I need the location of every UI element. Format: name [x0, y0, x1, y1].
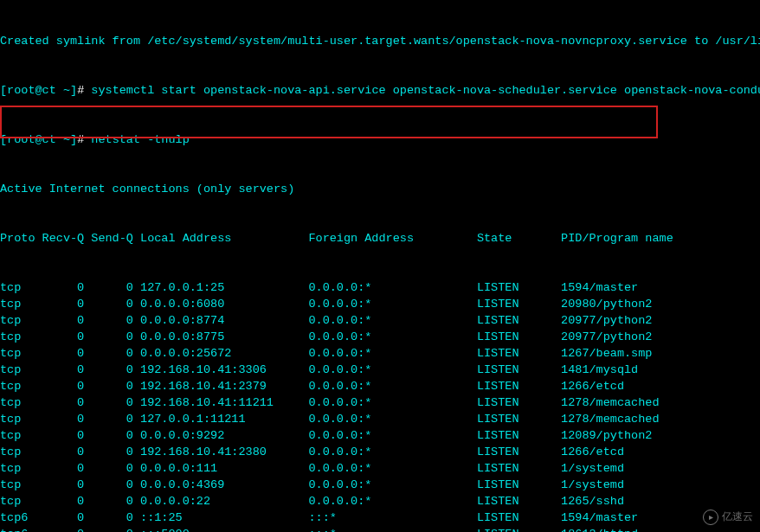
- netstat-row: tcp6 0 0 :::5000 :::* LISTEN 18613/httpd: [0, 526, 760, 532]
- watermark-icon: ▸: [703, 510, 718, 525]
- netstat-header-row: Proto Recv-Q Send-Q Local Address Foreig…: [0, 230, 760, 247]
- prompt-user: [root@ct ~]: [0, 133, 77, 146]
- active-connections-line: Active Internet connections (only server…: [0, 181, 760, 197]
- netstat-row: tcp 0 0 0.0.0.0:8775 0.0.0.0:* LISTEN 20…: [0, 329, 760, 345]
- netstat-row: tcp 0 0 0.0.0.0:111 0.0.0.0:* LISTEN 1/s…: [0, 460, 760, 477]
- prompt-user: [root@ct ~]: [0, 84, 77, 97]
- netstat-row: tcp 0 0 0.0.0.0:8774 0.0.0.0:* LISTEN 20…: [0, 312, 760, 329]
- netstat-row: tcp 0 0 0.0.0.0:4369 0.0.0.0:* LISTEN 1/…: [0, 477, 760, 493]
- netstat-row: tcp 0 0 192.168.10.41:2380 0.0.0.0:* LIS…: [0, 444, 760, 460]
- partial-output-line: Created symlink from /etc/systemd/system…: [0, 33, 760, 49]
- command-line-1: [root@ct ~]# systemctl start openstack-n…: [0, 82, 760, 99]
- netstat-row: tcp 0 0 0.0.0.0:22 0.0.0.0:* LISTEN 1265…: [0, 493, 760, 510]
- netstat-row: tcp 0 0 0.0.0.0:6080 0.0.0.0:* LISTEN 20…: [0, 296, 760, 312]
- command-text: netstat -tnulp: [91, 133, 189, 146]
- netstat-row: tcp 0 0 127.0.0.1:25 0.0.0.0:* LISTEN 15…: [0, 279, 760, 296]
- netstat-row: tcp 0 0 0.0.0.0:25672 0.0.0.0:* LISTEN 1…: [0, 345, 760, 362]
- netstat-row: tcp 0 0 192.168.10.41:3306 0.0.0.0:* LIS…: [0, 362, 760, 378]
- command-line-2: [root@ct ~]# netstat -tnulp: [0, 131, 760, 148]
- prompt-hash: #: [77, 133, 91, 146]
- watermark: ▸ 亿速云: [703, 509, 753, 525]
- netstat-row: tcp 0 0 0.0.0.0:9292 0.0.0.0:* LISTEN 12…: [0, 427, 760, 444]
- netstat-row: tcp 0 0 127.0.0.1:11211 0.0.0.0:* LISTEN…: [0, 411, 760, 427]
- command-text: systemctl start openstack-nova-api.servi…: [91, 84, 760, 97]
- prompt-hash: #: [77, 84, 91, 97]
- netstat-row: tcp6 0 0 ::1:25 :::* LISTEN 1594/master: [0, 510, 760, 526]
- netstat-rows: tcp 0 0 127.0.0.1:25 0.0.0.0:* LISTEN 15…: [0, 279, 760, 532]
- netstat-row: tcp 0 0 192.168.10.41:11211 0.0.0.0:* LI…: [0, 394, 760, 411]
- terminal-output[interactable]: Created symlink from /etc/systemd/system…: [0, 0, 760, 532]
- watermark-text: 亿速云: [722, 509, 753, 525]
- netstat-row: tcp 0 0 192.168.10.41:2379 0.0.0.0:* LIS…: [0, 378, 760, 394]
